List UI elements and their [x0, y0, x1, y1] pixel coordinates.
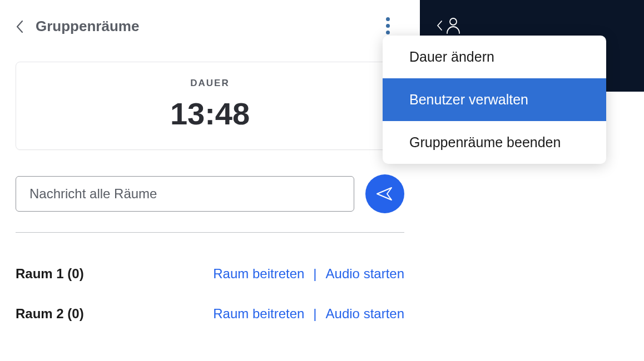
room-name: Raum 2 (0) [16, 306, 84, 322]
room-audio-link[interactable]: Audio starten [326, 266, 404, 282]
room-row: Raum 1 (0) Raum beitreten | Audio starte… [16, 266, 404, 282]
back-button[interactable] [16, 19, 26, 34]
room-name: Raum 1 (0) [16, 266, 84, 282]
dot-icon [386, 17, 390, 21]
dot-icon [386, 31, 390, 34]
send-icon [376, 185, 394, 202]
header-row: Gruppenräume [16, 18, 404, 35]
send-button[interactable] [365, 174, 404, 213]
page-title: Gruppenräume [36, 18, 139, 35]
svg-point-0 [450, 18, 457, 25]
menu-manage-users[interactable]: Benutzer verwalten [383, 78, 606, 121]
separator: | [313, 306, 316, 322]
more-options-button[interactable] [378, 16, 398, 36]
message-row [16, 174, 404, 213]
dot-icon [386, 24, 390, 28]
main-panel: Gruppenräume DAUER 13:48 Raum 1 (0) Raum… [0, 0, 420, 361]
room-actions: Raum beitreten | Audio starten [213, 306, 404, 322]
chevron-left-icon [16, 20, 23, 33]
duration-label: DAUER [16, 78, 404, 89]
return-to-main-button[interactable] [435, 17, 461, 34]
room-join-link[interactable]: Raum beitreten [213, 306, 304, 322]
divider [16, 232, 404, 233]
menu-end-rooms[interactable]: Gruppenräume beenden [383, 121, 606, 164]
duration-time: 13:48 [16, 96, 404, 132]
room-audio-link[interactable]: Audio starten [326, 306, 404, 322]
options-dropdown: Dauer ändern Benutzer verwalten Gruppenr… [383, 36, 606, 164]
user-icon [445, 17, 461, 34]
room-actions: Raum beitreten | Audio starten [213, 266, 404, 282]
menu-change-duration[interactable]: Dauer ändern [383, 36, 606, 78]
separator: | [313, 266, 316, 282]
chevron-left-icon [435, 19, 443, 32]
room-join-link[interactable]: Raum beitreten [213, 266, 304, 282]
room-row: Raum 2 (0) Raum beitreten | Audio starte… [16, 306, 404, 322]
duration-card: DAUER 13:48 [16, 62, 404, 150]
message-all-rooms-input[interactable] [16, 176, 354, 212]
